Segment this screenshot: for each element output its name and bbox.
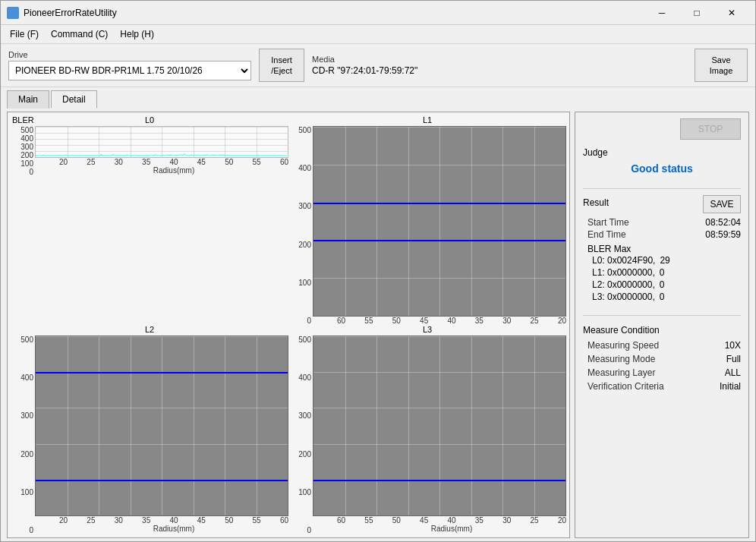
save-image-button[interactable]: SaveImage: [695, 49, 748, 82]
judge-label: Judge: [583, 147, 741, 158]
measure-row-mode: Measuring Mode Full: [583, 352, 741, 366]
chart-l2-title: L2: [11, 325, 288, 334]
blue-line-200: [313, 240, 565, 241]
tabs: Main Detail: [1, 87, 755, 109]
chart-l3-container: L3 500 400 300 200 100 0: [288, 325, 566, 534]
bler-l3-label: L3: 0x0000000,: [592, 291, 655, 302]
grid-v: [194, 336, 194, 515]
bler-rows: L0: 0x0024F90, 29 L1: 0x0000000, 0 L2: 0…: [587, 254, 741, 303]
bler-l3-value: 0: [660, 291, 665, 302]
result-label: Result: [583, 197, 609, 208]
bler-l0-value: 29: [660, 255, 669, 266]
menu-help[interactable]: Help (H): [114, 27, 160, 42]
blue-line-100: [313, 480, 565, 481]
grid-v: [376, 336, 377, 515]
blue-line-300: [313, 203, 565, 204]
measure-section: Measure Condition Measuring Speed 10X Me…: [583, 325, 741, 393]
menu-file[interactable]: File (F): [4, 27, 45, 42]
chart-l2-wrapper: 500 400 300 200 100 0: [11, 336, 288, 534]
grid-v: [99, 336, 99, 515]
measure-layer-key: Measuring Layer: [583, 367, 655, 378]
drive-select[interactable]: PIONEER BD-RW BDR-PR1ML 1.75 20/10/26: [8, 61, 251, 80]
grid-v: [439, 127, 440, 316]
grid-v: [345, 127, 346, 316]
start-time-value: 08:52:04: [705, 217, 741, 228]
end-time-key: End Time: [583, 229, 626, 240]
result-start-time-row: Start Time 08:52:04: [583, 216, 741, 228]
bler-l0-row: L0: 0x0024F90, 29: [592, 254, 741, 266]
save-button[interactable]: SAVE: [703, 195, 741, 213]
grid-v: [408, 127, 409, 316]
stop-button[interactable]: STOP: [680, 118, 741, 140]
insert-eject-button[interactable]: Insert/Eject: [259, 49, 304, 82]
bler-l1-value: 0: [660, 267, 665, 278]
bler-l1-row: L1: 0x0000000, 0: [592, 266, 741, 279]
grid-v: [257, 336, 257, 515]
chart-l2-inner: [35, 336, 288, 516]
grid-v: [68, 336, 68, 515]
media-label: Media: [312, 55, 417, 64]
chart-l0-plot: 20 25 30 35 40 45 50 55 60 Radius(mm): [35, 126, 288, 176]
tab-main[interactable]: Main: [7, 90, 49, 109]
measure-row-layer: Measuring Layer ALL: [583, 366, 741, 380]
minimize-button[interactable]: ─: [644, 2, 679, 24]
measure-row-speed: Measuring Speed 10X: [583, 339, 741, 352]
result-section: Result SAVE Start Time 08:52:04 End Time…: [583, 195, 741, 303]
measure-speed-value: 10X: [725, 340, 741, 351]
measure-criteria-key: Verification Criteria: [583, 381, 664, 392]
title-bar-left: PioneerErrorRateUtility: [7, 7, 117, 19]
measure-speed-key: Measuring Speed: [583, 340, 659, 351]
drive-group: Drive PIONEER BD-RW BDR-PR1ML 1.75 20/10…: [8, 50, 251, 80]
bler-l1-label: L1: 0x0000000,: [592, 267, 655, 278]
chart-l3-inner: [313, 336, 566, 516]
grid-v: [534, 127, 535, 316]
main-window: PioneerErrorRateUtility ─ □ ✕ File (F) C…: [0, 0, 756, 542]
bler-max-label: BLER Max: [587, 244, 631, 254]
chart-l3-x-label: Radius(mm): [313, 525, 566, 534]
chart-l3-title: L3: [288, 325, 566, 334]
chart-l0-x-label: Radius(mm): [35, 166, 288, 176]
toolbar: Drive PIONEER BD-RW BDR-PR1ML 1.75 20/10…: [1, 44, 755, 87]
bler-label: BLER: [12, 115, 34, 124]
chart-l1-x-axis: 60 55 50 45 40 35 30 25 20: [313, 317, 566, 325]
measure-mode-key: Measuring Mode: [583, 354, 655, 364]
chart-l0-wrapper: 500 400 300 200 100 0: [11, 126, 288, 176]
chart-l0-x-axis: 20 25 30 35 40 45 50 55 60: [35, 158, 288, 166]
grid-v: [471, 127, 472, 316]
end-time-value: 08:59:59: [705, 229, 741, 240]
menu-command[interactable]: Command (C): [45, 27, 114, 42]
app-icon: [7, 7, 19, 19]
maximize-button[interactable]: □: [679, 2, 714, 24]
window-controls: ─ □ ✕: [644, 2, 749, 24]
bler-l0-label: L0: 0x0024F90,: [592, 255, 655, 266]
chart-l0: L0 500 400 300 200 100 0: [11, 115, 288, 176]
chart-l2-x-label: Radius(mm): [35, 525, 288, 534]
bler-max-section: BLER Max L0: 0x0024F90, 29 L1: 0x0000000…: [583, 244, 741, 303]
chart-l1-plot: 60 55 50 45 40 35 30 25 20: [313, 126, 566, 325]
sidebar: STOP Judge Good status Result SAVE Start…: [575, 112, 749, 538]
chart-l1-inner: [313, 126, 566, 317]
grid-v: [162, 336, 162, 515]
divider-2: [583, 315, 741, 316]
measure-row-criteria: Verification Criteria Initial: [583, 380, 741, 393]
start-time-key: Start Time: [583, 217, 629, 228]
tab-detail[interactable]: Detail: [51, 90, 97, 109]
close-button[interactable]: ✕: [714, 2, 749, 24]
media-value: CD-R "97:24:01-79:59:72": [312, 65, 417, 76]
measure-layer-value: ALL: [725, 367, 741, 378]
chart-l2-container: L2 500 400 300 200 100 0: [11, 325, 288, 534]
chart-l3-wrapper: 500 400 300 200 100 0: [288, 336, 566, 534]
chart-l2-plot: 20 25 30 35 40 45 50 55 60 Radius(mm): [35, 336, 288, 534]
chart-l1-wrapper: 500 400 300 200 100 0: [288, 126, 566, 325]
judge-value: Good status: [583, 161, 741, 176]
media-group: Media CD-R "97:24:01-79:59:72": [312, 55, 417, 76]
chart-l3-y-axis: 500 400 300 200 100 0: [288, 336, 313, 534]
grid-v: [345, 336, 346, 515]
grid-v: [131, 336, 131, 515]
chart-l0-y-axis: 500 400 300 200 100 0: [11, 126, 35, 176]
bler-l2-value: 0: [660, 279, 665, 290]
content-area: BLER L0 500 400 300 200 100 0: [1, 109, 755, 541]
measure-criteria-value: Initial: [720, 381, 741, 392]
title-bar: PioneerErrorRateUtility ─ □ ✕: [1, 1, 755, 25]
grid-v: [534, 336, 535, 515]
